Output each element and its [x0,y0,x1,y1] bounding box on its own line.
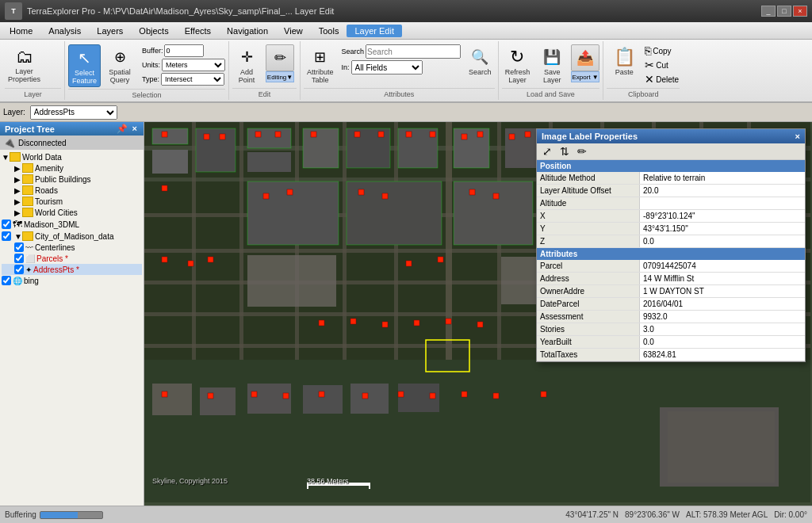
ilp-tool-align[interactable]: ⇅ [557,145,572,158]
search-fields-select[interactable]: All Fields [351,60,423,74]
svg-rect-40 [303,385,343,414]
search-input[interactable] [366,44,461,59]
refresh-layer-button[interactable]: ↻ RefreshLayer [502,44,534,86]
copy-button[interactable]: ⎘Copy [645,44,679,57]
svg-rect-98 [362,393,368,399]
menu-effects[interactable]: Effects [177,25,219,37]
close-button[interactable]: × [793,6,807,17]
svg-rect-102 [493,393,499,399]
menu-analysis[interactable]: Analysis [40,25,89,37]
svg-rect-38 [200,387,236,415]
city-of-madison-checkbox[interactable] [2,231,11,241]
buffer-input[interactable] [164,44,204,57]
ilp-altitude-row: Altitude [537,197,805,210]
svg-rect-72 [525,132,530,137]
minimize-button[interactable]: _ [761,6,776,17]
menu-layer-edit[interactable]: Layer Edit [347,25,402,37]
ilp-assessment-row: Assessment 9932.0 [537,311,805,323]
ilp-totaltaxes-key: TotalTaxes [537,349,640,361]
menu-navigation[interactable]: Navigation [219,25,276,37]
ilp-altitude-method-key: Altitude Method [537,172,640,184]
attribute-table-button[interactable]: ⊞ AttributeTable [304,44,337,86]
bing-checkbox[interactable] [2,276,11,285]
tree-item-public-buildings[interactable]: ▶ Public Buildings [2,174,142,185]
window-title: TerraExplorer Pro - M:\PV\DatAir\Madison… [27,6,761,16]
tree-item-parcels[interactable]: ⬜ Parcels * [2,253,142,264]
editing-dropdown[interactable]: Editing ▼ [266,71,294,82]
paste-button[interactable]: 📋 Paste [607,44,642,78]
menubar: Home Analysis Layers Objects Effects Nav… [0,22,812,40]
ilp-owneraddre-row: OwnerAddre 1 W DAYTON ST [537,285,805,298]
sidebar-pin-button[interactable]: 📌 [115,124,129,134]
ilp-assessment-val: 9932.0 [640,311,805,323]
save-layer-button[interactable]: 💾 SaveLayer [538,44,566,86]
ilp-tool-move[interactable]: ⤢ [540,145,554,158]
svg-rect-79 [382,193,388,199]
svg-rect-67 [406,132,412,137]
disconnected-bar: 🔌 Disconnected [0,136,144,150]
main-area: Project Tree 📌 × 🔌 Disconnected ▼ World … [0,122,812,506]
buffering-bar [40,511,103,519]
export-dropdown[interactable]: Export ▼ [571,71,599,82]
delete-button[interactable]: ✕Delete [645,73,679,86]
sidebar-close-button[interactable]: × [131,124,139,134]
toolbar-group-selection: ↖ SelectFeature ⊕ SpatialQuery Buffer: U… [65,41,229,100]
layer-properties-button[interactable]: 🗂 LayerProperties [5,44,44,86]
tree-item-centerlines[interactable]: 〰 Centerlines [2,242,142,253]
ilp-tool-edit[interactable]: ✏ [575,145,589,158]
tree-item-tourism[interactable]: ▶ Tourism [2,196,142,207]
ilp-altitude-val [640,197,805,209]
cut-button[interactable]: ✂Cut [645,59,679,71]
select-feature-button[interactable]: ↖ SelectFeature [68,44,101,87]
parcels-checkbox[interactable] [14,254,24,263]
svg-rect-100 [430,393,435,399]
clipboard-group-label: Clipboard [607,88,680,100]
svg-rect-76 [263,193,269,199]
ilp-address-row: Address 14 W Mifflin St [537,273,805,285]
ilp-totaltaxes-val: 63824.81 [640,349,805,361]
menu-layers[interactable]: Layers [89,25,131,37]
svg-rect-60 [204,134,209,139]
tree-item-amenity[interactable]: ▶ Amenity [2,162,142,174]
editing-button-group: ✏ Editing ▼ [266,44,294,82]
menu-view[interactable]: View [276,25,311,37]
tree-item-bing[interactable]: 🌐 bing [2,275,142,286]
project-tree: ▼ World Data ▶ Amenity ▶ Public Building… [0,150,144,506]
tree-item-city-of-madison[interactable]: ▼ City_of_Madison_data [2,231,142,242]
spatial-query-button[interactable]: ⊕ SpatialQuery [105,44,134,86]
scale-label: 38.56 Meters [307,477,349,485]
tree-item-roads[interactable]: ▶ Roads [2,185,142,196]
ilp-close-button[interactable]: × [795,132,800,141]
tree-item-addresspts[interactable]: ✦ AddressPts * [2,264,142,275]
menu-objects[interactable]: Objects [131,25,176,37]
maximize-button[interactable]: □ [777,6,791,17]
search-area: Search In: All Fields [342,44,462,74]
centerlines-checkbox[interactable] [14,242,24,252]
svg-rect-63 [275,132,281,137]
menu-tools[interactable]: Tools [311,25,347,37]
tree-item-world-cities[interactable]: ▶ World Cities [2,207,142,218]
layer-select[interactable]: AddressPts [30,105,117,120]
window-controls: _ □ × [761,6,807,17]
units-select[interactable]: Meters [162,59,225,71]
load-save-group-label: Load and Save [502,88,600,100]
menu-home[interactable]: Home [2,25,40,37]
svg-rect-103 [541,391,546,397]
addresspts-checkbox[interactable] [14,265,24,274]
madison-3dml-checkbox[interactable] [2,220,11,229]
type-select[interactable]: Intersect [161,73,224,86]
ilp-layer-altitude-val: 20.0 [640,185,805,197]
tree-item-madison-3dml[interactable]: 🗺 Madison_3DML [2,218,142,231]
editing-icon[interactable]: ✏ [266,44,294,71]
add-point-button[interactable]: ✛ AddPoint [232,44,261,86]
export-icon[interactable]: 📤 [571,44,599,71]
search-button[interactable]: 🔍 Search [465,44,495,78]
coord2: 89°23'06.36" W [625,510,680,519]
tree-item-world-data[interactable]: ▼ World Data [2,151,142,162]
ilp-y-row: Y 43°43'1.150" [537,223,805,235]
svg-rect-26 [152,150,188,174]
ilp-z-key: Z [537,235,640,247]
toolbar-group-clipboard: 📋 Paste ⎘Copy ✂Cut ✕Delete Clipboard [603,41,683,100]
map-area[interactable]: 38.56 Meters Skyline, Copyright 2015 ⊕ +… [144,122,812,506]
svg-rect-77 [287,189,293,195]
